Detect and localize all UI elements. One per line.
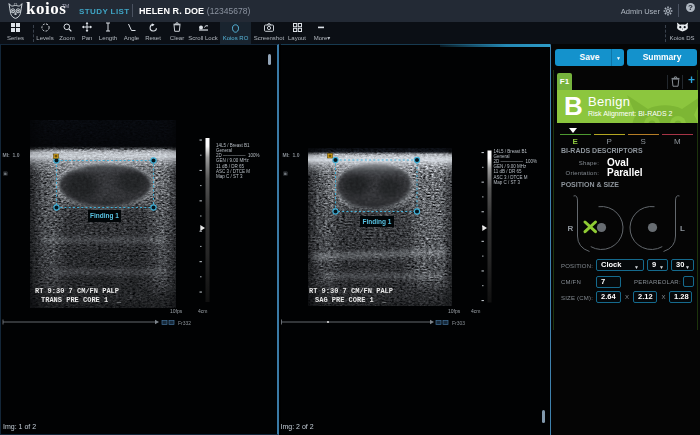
svg-text:R: R [568,224,574,233]
svg-text:L: L [680,224,685,233]
